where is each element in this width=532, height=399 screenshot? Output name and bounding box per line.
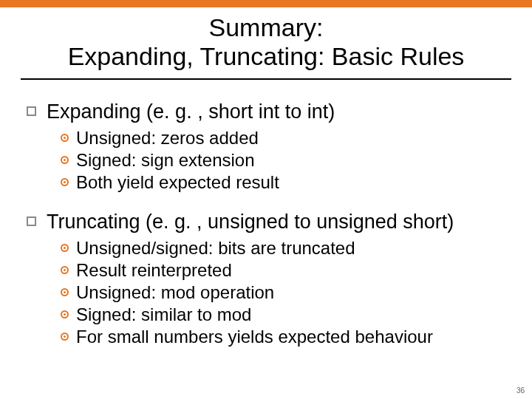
square-bullet-icon: [27, 216, 36, 226]
sub-item-text: For small numbers yields expected behavi…: [76, 327, 433, 347]
sub-item-text: Result reinterpreted: [76, 260, 232, 281]
sub-item-text: Unsigned: zeros added: [76, 128, 259, 149]
slide-title: Summary: Expanding, Truncating: Basic Ru…: [21, 7, 511, 80]
square-bullet-icon: [27, 106, 36, 116]
title-line-2: Expanding, Truncating: Basic Rules: [35, 42, 497, 71]
circle-dot-icon: [61, 266, 69, 274]
bullet-level-1: Expanding (e. g. , short int to int): [27, 100, 505, 123]
circle-dot-icon: [61, 156, 69, 164]
bullet-level-2: Unsigned/signed: bits are truncated: [61, 238, 505, 259]
circle-dot-icon: [61, 178, 69, 186]
circle-dot-icon: [61, 332, 69, 341]
bullet-level-2: Result reinterpreted: [61, 260, 505, 281]
sub-item-text: Unsigned/signed: bits are truncated: [76, 238, 355, 259]
bullet-level-2: Both yield expected result: [61, 172, 505, 193]
sub-bullet-group: Unsigned: zeros added Signed: sign exten…: [27, 128, 505, 193]
title-line-1: Summary:: [35, 13, 497, 42]
bullet-level-2: Signed: sign extension: [61, 150, 505, 171]
bullet-level-2: Signed: similar to mod: [61, 304, 505, 325]
bullet-level-2: Unsigned: zeros added: [61, 128, 505, 149]
accent-bar: [0, 0, 532, 7]
circle-dot-icon: [61, 288, 69, 296]
circle-dot-icon: [61, 244, 69, 252]
sub-item-text: Unsigned: mod operation: [76, 282, 274, 303]
sub-item-text: Signed: similar to mod: [76, 304, 251, 325]
page-number: 36: [516, 386, 525, 395]
sub-item-text: Both yield expected result: [76, 172, 279, 193]
section-heading: Truncating (e. g. , unsigned to unsigned…: [47, 211, 454, 233]
slide-content: Expanding (e. g. , short int to int) Uns…: [0, 80, 532, 347]
bullet-level-1: Truncating (e. g. , unsigned to unsigned…: [27, 211, 505, 233]
bullet-level-2: Unsigned: mod operation: [61, 282, 505, 303]
circle-dot-icon: [61, 134, 69, 142]
circle-dot-icon: [61, 310, 69, 318]
section-heading: Expanding (e. g. , short int to int): [47, 100, 335, 123]
sub-bullet-group: Unsigned/signed: bits are truncated Resu…: [27, 238, 505, 347]
sub-item-text: Signed: sign extension: [76, 150, 255, 171]
bullet-level-2: For small numbers yields expected behavi…: [61, 327, 505, 347]
